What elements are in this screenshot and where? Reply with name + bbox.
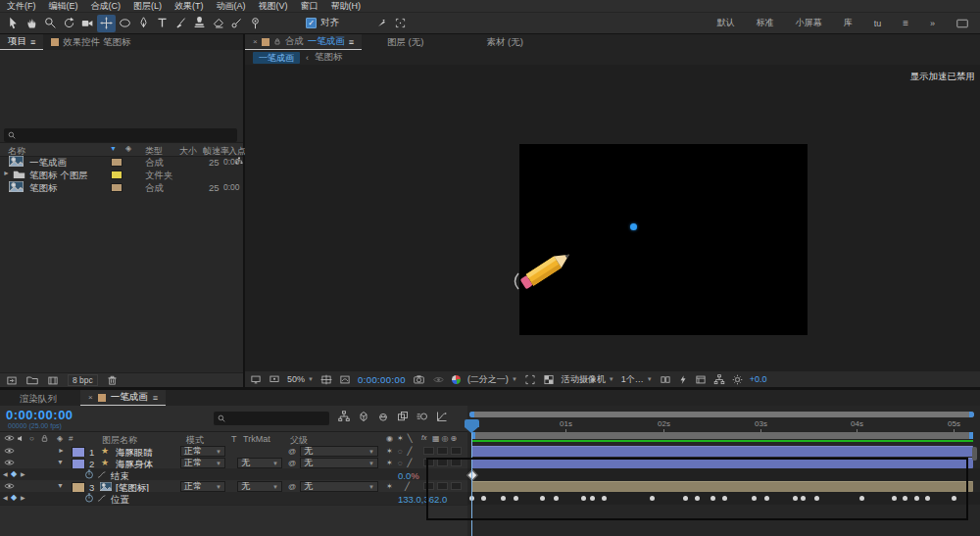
parent-select[interactable]: 无▼ bbox=[300, 458, 378, 468]
composition-frame[interactable] bbox=[519, 144, 808, 335]
blend-mode-select[interactable]: 正常▼ bbox=[180, 481, 225, 492]
exposure-value[interactable]: +0.0 bbox=[750, 374, 767, 384]
layer-switches[interactable]: ✶◌╱ bbox=[386, 459, 416, 467]
label-color-chip[interactable] bbox=[111, 158, 122, 167]
zoom-select[interactable]: 50% ▼ bbox=[287, 374, 314, 384]
layer-switches[interactable]: ✶◌╱ bbox=[386, 447, 416, 456]
switch-cell[interactable] bbox=[423, 447, 434, 455]
channels-icon[interactable] bbox=[452, 375, 461, 384]
new-folder-icon[interactable] bbox=[26, 375, 38, 385]
switches-column-icons[interactable]: ◉✶╲ bbox=[386, 434, 416, 443]
workspace-custom[interactable]: tu bbox=[874, 19, 882, 28]
eye-icon[interactable] bbox=[4, 482, 15, 490]
work-area-bar[interactable] bbox=[471, 432, 973, 439]
close-icon[interactable]: × bbox=[88, 393, 93, 402]
hand-tool[interactable] bbox=[23, 15, 41, 32]
parent-pickwhip-icon[interactable]: @ bbox=[288, 482, 296, 491]
project-search-input[interactable] bbox=[4, 128, 237, 142]
workspace-overflow-icon[interactable]: » bbox=[930, 19, 935, 28]
property-name[interactable]: 位置 bbox=[111, 494, 129, 507]
selection-tool[interactable] bbox=[4, 15, 23, 32]
safe-guides-icon[interactable] bbox=[320, 374, 332, 385]
snap-checkbox[interactable]: ✓ bbox=[306, 18, 317, 28]
col-t[interactable]: T bbox=[231, 434, 237, 444]
search-help-icon[interactable] bbox=[956, 19, 968, 28]
tab-timeline-comp[interactable]: × 一笔成画 ≡ bbox=[80, 390, 166, 406]
label-color-chip[interactable] bbox=[111, 183, 122, 192]
label-color-chip[interactable] bbox=[111, 171, 122, 179]
panel-menu-icon[interactable]: ≡ bbox=[30, 37, 35, 47]
close-icon[interactable]: × bbox=[253, 37, 258, 46]
number-column-icon[interactable]: # bbox=[69, 434, 73, 443]
nav-current-comp[interactable]: 一笔成画 bbox=[253, 52, 300, 64]
graph-curve-icon[interactable] bbox=[97, 470, 107, 479]
prev-keyframe-icon[interactable]: ◀ bbox=[3, 494, 8, 501]
pen-tool[interactable] bbox=[134, 15, 153, 32]
tab-layer[interactable]: 图层 (无) bbox=[379, 34, 431, 50]
brush-tool[interactable] bbox=[172, 15, 190, 32]
primary-viewer-icon[interactable] bbox=[269, 374, 280, 385]
trash-icon[interactable] bbox=[107, 374, 118, 386]
workspace-libraries[interactable]: 库 bbox=[844, 17, 853, 29]
project-item-row[interactable]: 笔图标 合成 25 0:00 bbox=[0, 180, 243, 193]
crosshair-box-icon[interactable] bbox=[391, 15, 410, 32]
pan-behind-tool[interactable] bbox=[97, 15, 116, 32]
project-item-row[interactable]: 一笔成画 合成 25 0:00 bbox=[0, 155, 243, 168]
camera-tool[interactable] bbox=[78, 15, 97, 32]
blend-mode-select[interactable]: 正常▼ bbox=[180, 458, 225, 468]
blend-mode-select[interactable]: 正常▼ bbox=[180, 446, 225, 457]
resolution-select[interactable]: (二分之一) ▼ bbox=[467, 373, 517, 386]
collapse-arrow-icon[interactable]: ▼ bbox=[57, 482, 64, 489]
layer-switches[interactable]: ✶ ╱ bbox=[386, 482, 415, 491]
menu-composition[interactable]: 合成(C) bbox=[91, 0, 122, 13]
reset-exposure-icon[interactable] bbox=[732, 374, 743, 385]
label-column-icon[interactable]: ◈ bbox=[57, 434, 63, 443]
vertical-scrollbar-thumb[interactable] bbox=[972, 447, 977, 461]
camera-select[interactable]: 活动摄像机 ▼ bbox=[562, 373, 614, 386]
workspace-standard[interactable]: 标准 bbox=[757, 17, 774, 29]
clone-stamp-tool[interactable] bbox=[190, 15, 209, 32]
roto-brush-tool[interactable] bbox=[227, 15, 246, 32]
switch-c​ell[interactable] bbox=[437, 447, 448, 455]
eraser-tool[interactable] bbox=[209, 15, 227, 32]
solo-column-icon[interactable]: ○ bbox=[29, 434, 34, 443]
flowchart-icon[interactable] bbox=[713, 374, 725, 385]
eye-icon[interactable] bbox=[4, 459, 15, 466]
label-column-icon[interactable]: ◈ bbox=[125, 144, 131, 153]
new-composition-icon[interactable] bbox=[47, 375, 59, 386]
prev-keyframe-icon[interactable]: ◀ bbox=[3, 470, 8, 477]
tab-project[interactable]: 项目 ≡ bbox=[0, 34, 43, 50]
zoom-tool[interactable] bbox=[41, 15, 60, 32]
parent-pickwhip-icon[interactable]: @ bbox=[288, 447, 296, 456]
shy-icon[interactable] bbox=[377, 411, 389, 422]
frame-blend-icon[interactable] bbox=[397, 411, 409, 422]
interpret-footage-icon[interactable] bbox=[6, 375, 18, 386]
transparency-grid-icon[interactable] bbox=[543, 374, 555, 385]
layer-bar[interactable] bbox=[471, 446, 973, 457]
graph-editor-icon[interactable] bbox=[436, 411, 448, 422]
next-keyframe-icon[interactable]: ▶ bbox=[21, 470, 25, 477]
menu-help[interactable]: 帮助(H) bbox=[331, 0, 362, 13]
panel-menu-icon[interactable]: ≡ bbox=[153, 393, 158, 403]
parent-select[interactable]: 无▼ bbox=[300, 446, 378, 457]
preview-timecode[interactable]: 0:00:00:00 bbox=[358, 374, 406, 385]
snapshot-icon[interactable] bbox=[413, 374, 425, 385]
always-preview-icon[interactable] bbox=[250, 374, 262, 385]
type-tool[interactable] bbox=[153, 15, 172, 32]
view-layout-select[interactable]: 1个… ▼ bbox=[621, 373, 653, 386]
project-item-row[interactable]: ► 笔图标 个图层 文件夹 bbox=[0, 168, 243, 180]
menu-effect[interactable]: 效果(T) bbox=[174, 0, 204, 13]
current-timecode[interactable]: 0:00:00:00 bbox=[6, 408, 74, 422]
expand-arrow-icon[interactable]: ► bbox=[58, 447, 65, 454]
menu-window[interactable]: 窗口 bbox=[301, 0, 318, 13]
parent-pickwhip-icon[interactable]: @ bbox=[288, 459, 296, 467]
mask-visibility-icon[interactable] bbox=[339, 374, 351, 385]
timeline-navigator-bar[interactable] bbox=[469, 412, 974, 417]
workspace-menu-icon[interactable]: ≡ bbox=[903, 18, 908, 28]
property-row[interactable]: ◀ ◆ ▶ 位置 133.0,362.0 bbox=[0, 492, 467, 506]
motion-blur-icon[interactable] bbox=[416, 411, 428, 422]
menu-file[interactable]: 文件(F) bbox=[7, 0, 36, 13]
draft-3d-icon[interactable] bbox=[358, 411, 369, 422]
puppet-pin-tool[interactable] bbox=[246, 15, 265, 32]
shape-tool[interactable] bbox=[116, 15, 134, 32]
